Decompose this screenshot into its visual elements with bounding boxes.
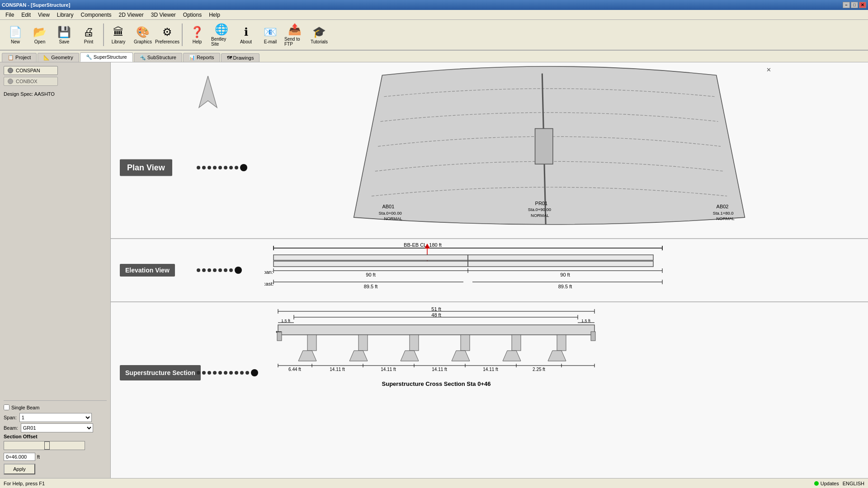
tab-substructure[interactable]: 🔩 SubStructure [134,53,182,62]
save-button[interactable]: 💾 Save [52,21,76,48]
status-right: Updates ENGLISH [814,481,864,486]
menu-options[interactable]: Options [179,11,205,19]
section-offset-slider[interactable] [4,441,85,450]
svg-text:NORMAL: NORMAL [531,213,549,218]
svg-text:Precast:: Precast: [264,281,274,286]
print-button[interactable]: 🖨 Print [77,21,100,48]
open-label: Open [34,39,45,44]
help-icon: ❓ [190,26,204,38]
drawing-area: Plan View [111,62,868,478]
email-icon: 📧 [264,26,277,38]
menu-library[interactable]: Library [53,11,77,19]
edot7 [229,268,233,272]
beam-select[interactable]: GR01 [21,423,93,432]
section-offset-label: Section Offset [4,434,107,439]
close-button[interactable]: ✕ [859,2,866,8]
offset-value-row: ft [4,453,107,461]
menu-file[interactable]: File [2,11,18,19]
updates-indicator: Updates [814,481,839,486]
edot6 [224,268,227,272]
menu-help[interactable]: Help [205,11,224,19]
dot2 [202,166,206,169]
main-area: CONSPAN CONBOX Design Spec: AASHTO Singl… [0,62,868,478]
open-icon: 📂 [33,26,47,38]
sendtoftp-button[interactable]: 📤 Send to FTP [283,21,307,48]
svg-text:Superstructure Cross Section S: Superstructure Cross Section Sta 0+46 [382,380,491,387]
dot-end [240,164,247,171]
tab-reports[interactable]: 📊 Reports [183,53,220,62]
svg-text:NORMAL: NORMAL [717,216,735,221]
svg-rect-49 [278,325,594,335]
sidebar-controls: Single Beam Span: 1 Beam: GR01 Section O… [4,400,107,474]
tab-drawings[interactable]: 🗺 Drawings [221,53,260,62]
tutorials-button[interactable]: 🎓 Tutorials [307,21,331,48]
slider-thumb [44,441,50,450]
conspan-dot [8,68,13,73]
open-button[interactable]: 📂 Open [28,21,52,48]
dot3 [208,166,211,169]
sdot7 [229,371,233,375]
svg-rect-2 [535,129,553,164]
email-button[interactable]: 📧 E-mail [259,21,282,48]
svg-text:✕: ✕ [766,67,771,73]
tab-bar: 📋 Project 📐 Geometry 🔧 SuperStructure 🔩 … [0,51,868,62]
edot1 [197,268,200,272]
tab-project[interactable]: 📋 Project [2,53,37,62]
toolbar-separator-2 [182,23,183,46]
north-arrow [190,76,226,118]
tab-superstructure-label: 🔧 SuperStructure [86,54,127,60]
tab-reports-label: 📊 Reports [189,55,214,60]
print-icon: 🖨 [83,26,94,38]
span-select[interactable]: 1 [19,413,92,422]
svg-marker-0 [199,76,217,108]
elevation-view-dots [197,267,242,274]
offset-input[interactable] [4,453,35,461]
menu-2dviewer[interactable]: 2D Viewer [115,11,147,19]
svg-text:⟵: ⟵ [276,329,282,334]
apply-button[interactable]: Apply [4,464,35,474]
help-button[interactable]: ❓ Help [185,21,209,48]
dot4 [213,166,217,169]
menu-components[interactable]: Components [77,11,115,19]
edot5 [218,268,222,272]
title-bar: CONSPAN - [SuperStructure] − □ ✕ [0,0,868,10]
menu-edit[interactable]: Edit [18,11,34,19]
menu-3dviewer[interactable]: 3D Viewer [147,11,179,19]
design-spec: Design Spec: AASHTO [4,91,107,97]
single-beam-checkbox[interactable] [4,404,9,410]
svg-text:PR01: PR01 [535,201,548,206]
preferences-button[interactable]: ⚙ Preferences [156,21,179,48]
tab-geometry[interactable]: 📐 Geometry [38,53,79,62]
new-icon: 📄 [9,26,22,38]
menu-view[interactable]: View [34,11,53,19]
tab-superstructure[interactable]: 🔧 SuperStructure [80,52,133,62]
sdot-end [251,369,258,376]
svg-marker-57 [401,351,419,361]
offset-unit: ft [37,454,40,460]
section-view-svg: 51 ft 48 ft 1.5 ft 1.5 ft [264,307,608,402]
minimize-button[interactable]: − [843,2,850,8]
library-button[interactable]: 🏛 Library [107,21,130,48]
conspan-button[interactable]: CONSPAN [4,66,58,75]
graphics-button[interactable]: 🎨 Graphics [131,21,155,48]
sdot3 [208,371,211,375]
about-button[interactable]: ℹ About [234,21,258,48]
conbox-dot [8,79,13,84]
edot4 [213,268,217,272]
save-icon: 💾 [57,26,71,38]
graphics-icon: 🎨 [136,26,150,38]
bentleysite-button[interactable]: 🌐 Bentley Site [210,21,233,48]
toolbar-separator-1 [103,23,104,46]
print-label: Print [84,39,94,44]
new-button[interactable]: 📄 New [4,21,27,48]
svg-marker-63 [548,351,566,361]
help-text: For Help, press F1 [4,481,45,486]
maximize-button[interactable]: □ [851,2,858,8]
save-label: Save [59,39,70,44]
svg-text:1.5 ft: 1.5 ft [281,319,291,323]
conbox-button[interactable]: CONBOX [4,77,58,86]
plan-view-dots [197,164,247,171]
help-label: Help [193,39,202,44]
single-beam-label: Single Beam [11,405,39,410]
sendtoftp-icon: 📤 [288,23,302,36]
